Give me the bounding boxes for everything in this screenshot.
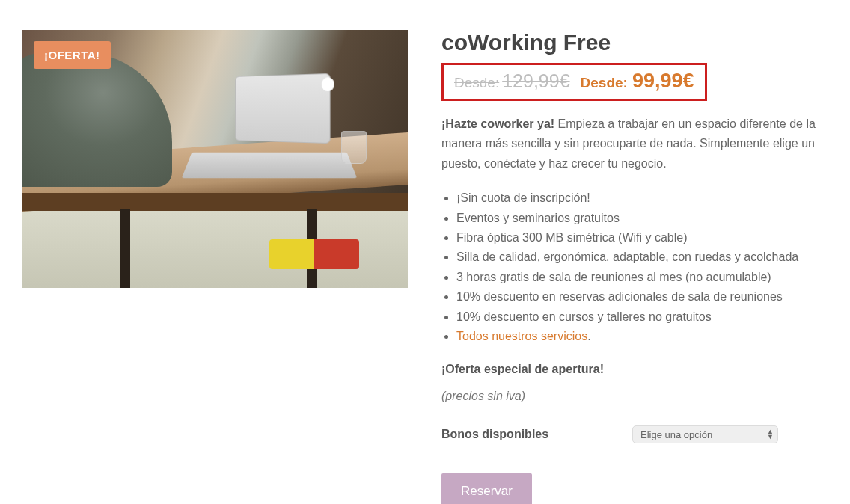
feature-list: ¡Sin cuota de inscripción! Eventos y sem… [441,188,828,346]
new-price-amount: 99,99€ [632,70,694,93]
sale-badge: ¡OFERTA! [34,41,111,69]
old-price-amount: 129,99€ [502,70,569,92]
list-item: Fibra óptica 300 MB simétrica (Wifi y ca… [456,228,828,248]
description-lead: ¡Hazte coworker ya! [441,117,554,130]
tax-note: (precios sin iva) [441,390,828,403]
new-price: Desde: 99,99€ [581,70,694,93]
variation-select[interactable]: Elige una opción [632,425,778,443]
list-item: Todos nuestros servicios. [456,327,828,346]
price-box: Desde: 129,99€ Desde: 99,99€ [441,63,707,101]
list-item: 3 horas gratis de sala de reuniones al m… [456,268,828,287]
reserve-button[interactable]: Reservar [441,473,532,504]
list-item: Silla de calidad, ergonómica, adaptable,… [456,248,828,267]
variation-row: Bonos disponibles Elige una opción ▲▼ [441,425,828,443]
new-price-label: Desde: [581,75,628,91]
services-link-suffix: . [587,330,590,342]
product-title: coWorking Free [441,30,828,55]
variation-label: Bonos disponibles [441,428,632,441]
offer-note: ¡Oferta especial de apertura! [441,363,828,376]
old-price-label: Desde: [454,75,499,91]
services-link[interactable]: Todos nuestros servicios [456,330,587,342]
product-summary: coWorking Free Desde: 129,99€ Desde: 99,… [441,30,828,504]
product-gallery: ¡OFERTA! [22,30,408,504]
old-price: Desde: 129,99€ [454,70,570,92]
product-page: ¡OFERTA! coWorking Free Desde: 129,99€ D… [22,30,828,504]
list-item: 10% descuento en cursos y talleres no gr… [456,307,828,327]
product-description: ¡Hazte coworker ya! Empieza a trabajar e… [441,114,828,173]
list-item: 10% descuento en reservas adicionales de… [456,287,828,307]
list-item: Eventos y seminarios gratuitos [456,209,828,228]
list-item: ¡Sin cuota de inscripción! [456,188,828,208]
